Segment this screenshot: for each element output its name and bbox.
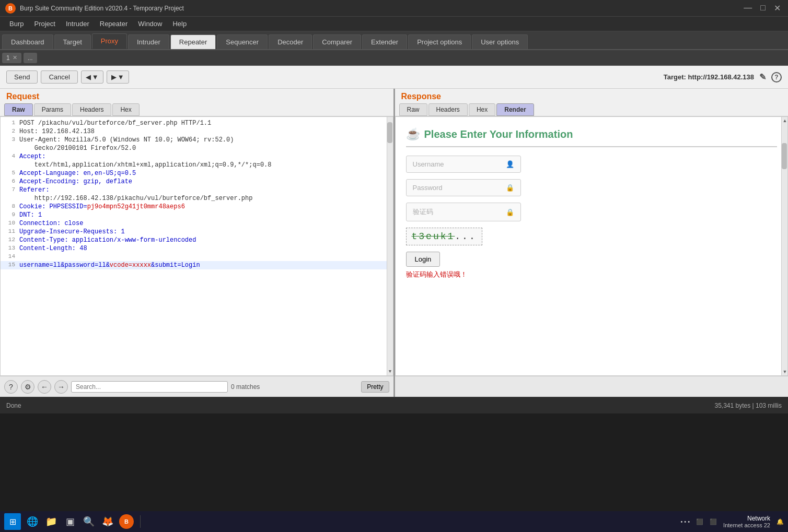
search-back-button[interactable]: ← (38, 380, 51, 394)
search-help-button[interactable]: ? (4, 380, 18, 394)
menu-window[interactable]: Window (133, 18, 167, 30)
cancel-button[interactable]: Cancel (41, 70, 77, 84)
start-button[interactable]: ⊞ (4, 513, 21, 530)
request-tab-more[interactable]: ... (24, 53, 37, 63)
taskbar-notification-icon[interactable]: 🔔 (777, 518, 784, 525)
taskbar-search-icon[interactable]: 🔍 (82, 514, 96, 529)
code-line-8: 8 Cookie: PHPSESSID=pj9o4mpn52g41jt0mmr4… (1, 203, 393, 211)
tab-dashboard[interactable]: Dashboard (2, 34, 53, 49)
tab-proxy[interactable]: Proxy (92, 33, 127, 49)
scroll-down-arrow[interactable]: ▼ (387, 368, 393, 375)
password-field[interactable]: Password 🔒 (406, 179, 521, 196)
forward-arrow-icon: ▶ (111, 73, 117, 81)
tab-intruder[interactable]: Intruder (128, 34, 169, 49)
code-line-6: 6 Accept-Encoding: gzip, deflate (1, 178, 393, 186)
forward-button[interactable]: ▶ ▼ (107, 70, 129, 84)
back-button[interactable]: ◀ ▼ (81, 70, 103, 84)
search-input[interactable] (71, 381, 228, 393)
taskbar-explorer-icon[interactable]: 📁 (44, 514, 59, 529)
menu-project[interactable]: Project (29, 18, 60, 30)
code-line-5: 5 Accept-Language: en,en-US;q=0.5 (1, 169, 393, 178)
captcha-image-group: t3euk1... (406, 228, 778, 245)
maximize-button[interactable]: □ (758, 3, 768, 13)
user-icon: 👤 (506, 160, 514, 168)
tab-project-options[interactable]: Project options (408, 34, 471, 49)
response-tab-headers[interactable]: Headers (428, 103, 468, 116)
response-scroll-down-arrow[interactable]: ▼ (782, 368, 788, 375)
edit-target-button[interactable]: ✎ (758, 71, 767, 83)
taskbar-ie-icon[interactable]: 🌐 (25, 514, 40, 529)
titlebar: B Burp Suite Community Edition v2020.4 -… (0, 0, 788, 17)
tab-target[interactable]: Target (54, 34, 91, 49)
window-title: Burp Suite Community Edition v2020.4 - T… (20, 5, 741, 12)
scrollbar-track[interactable]: ▼ (387, 117, 393, 375)
help-button[interactable]: ? (771, 72, 782, 82)
menu-burp[interactable]: Burp (4, 18, 29, 30)
response-tabs: Raw Headers Hex Render (395, 103, 789, 116)
response-tab-hex[interactable]: Hex (469, 103, 495, 116)
request-tab-hex[interactable]: Hex (112, 103, 139, 116)
taskbar-firefox-icon[interactable]: 🦊 (100, 514, 115, 529)
menu-repeater[interactable]: Repeater (95, 18, 133, 30)
login-button[interactable]: Login (406, 252, 441, 267)
response-searchbar-area (395, 376, 789, 397)
network-info[interactable]: Network Internet access 22 (723, 515, 770, 528)
main-area: Request Raw Params Headers Hex 1 POST /p… (0, 89, 788, 397)
response-tab-raw[interactable]: Raw (399, 103, 427, 116)
request-tab-close[interactable]: ✕ (13, 54, 17, 61)
request-subtabbar: 1 ✕ ... (0, 50, 788, 66)
taskbar-sys-icon1: ⬛ (696, 518, 703, 525)
taskbar-terminal-icon[interactable]: ▣ (63, 514, 77, 529)
response-scroll-up-arrow[interactable]: ▲ (782, 117, 788, 124)
response-tab-render[interactable]: Render (496, 103, 534, 116)
password-group: Password 🔒 (406, 179, 778, 196)
window-controls[interactable]: — □ ✕ (741, 3, 783, 13)
back-dropdown-icon: ▼ (92, 73, 99, 81)
repeater-toolbar: Send Cancel ◀ ▼ ▶ ▼ Target: http://192.1… (0, 66, 788, 89)
request-tab-headers[interactable]: Headers (72, 103, 111, 116)
tab-user-options[interactable]: User options (472, 34, 528, 49)
code-line-14: 14 (1, 253, 393, 261)
tab-decoder[interactable]: Decoder (269, 34, 312, 49)
code-line-3: 3 User-Agent: Mozilla/5.0 (Windows NT 10… (1, 136, 393, 144)
target-info: Target: http://192.168.42.138 ✎ ? (664, 71, 782, 83)
send-button[interactable]: Send (6, 70, 38, 84)
scrollbar-thumb[interactable] (387, 122, 392, 143)
captcha-field[interactable]: 验证码 🔒 (406, 203, 521, 221)
forward-dropdown-icon: ▼ (118, 73, 124, 81)
menu-intruder[interactable]: Intruder (61, 18, 95, 30)
response-scrollbar-thumb[interactable] (782, 143, 787, 169)
minimize-button[interactable]: — (741, 3, 754, 13)
tab-extender[interactable]: Extender (362, 34, 407, 49)
request-tabs: Raw Params Headers Hex (0, 103, 393, 116)
search-forward-button[interactable]: → (54, 380, 68, 394)
menu-help[interactable]: Help (167, 18, 192, 30)
request-code-area[interactable]: 1 POST /pikachu/vul/burteforce/bf_server… (0, 116, 393, 376)
tab-comparer[interactable]: Comparer (313, 34, 361, 49)
taskbar-right: • • • ⬛ ⬛ Network Internet access 22 🔔 (680, 515, 784, 528)
network-label: Network (723, 515, 770, 522)
render-title: ☕ Please Enter Your Information (406, 127, 778, 147)
tab-sequencer[interactable]: Sequencer (217, 34, 268, 49)
taskbar-burp-icon[interactable]: B (119, 514, 134, 529)
taskbar-sys-icon2: ⬛ (710, 518, 717, 525)
code-line-4b: text/html,application/xhtml+xml,applicat… (1, 161, 393, 169)
main-tabbar: Dashboard Target Proxy Intruder Repeater… (0, 31, 788, 50)
request-tab-params[interactable]: Params (34, 103, 71, 116)
close-button[interactable]: ✕ (772, 3, 783, 13)
error-message: 验证码输入错误哦！ (406, 270, 778, 279)
search-settings-button[interactable]: ⚙ (21, 380, 34, 394)
response-scrollbar-track[interactable]: ▲ ▼ (781, 117, 787, 375)
request-tab-1[interactable]: 1 ✕ (2, 53, 21, 63)
username-field[interactable]: Username 👤 (406, 156, 521, 173)
pretty-button[interactable]: Pretty (361, 381, 389, 393)
tab-repeater[interactable]: Repeater (170, 34, 216, 49)
code-line-7b: http://192.168.42.138/pikachu/vul/burtef… (1, 194, 393, 203)
captcha-placeholder: 验证码 (413, 207, 433, 217)
status-text: Done (6, 402, 714, 409)
request-title: Request (0, 89, 393, 103)
response-title: Response (395, 89, 789, 103)
request-tab-raw[interactable]: Raw (4, 103, 33, 116)
request-tab-label: 1 (6, 54, 10, 62)
taskbar-separator (140, 515, 141, 528)
